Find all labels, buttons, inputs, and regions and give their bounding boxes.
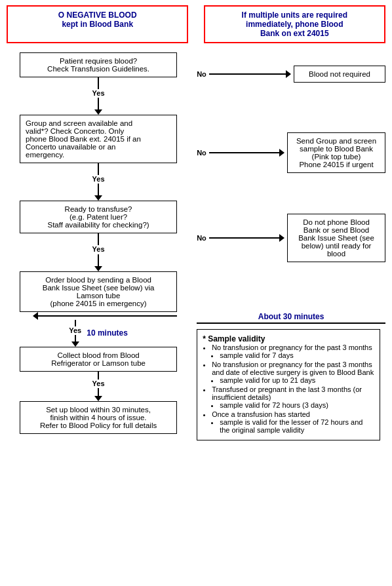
step2-right-row: No Send Group and screen sample to Blood… [197,132,385,173]
step1-box: Patient requires blood? Check Transfusio… [20,52,177,77]
note-sub-item: sample valid for 72 hours (3 days) [220,401,374,409]
step3-right-box: Do not phone Blood Bank or send Blood Ba… [287,214,385,262]
note-item: No transfusion or pregnancy for the past… [212,343,374,359]
flow-area: Patient requires blood? Check Transfusio… [7,52,385,312]
step1-arrow-down: Yes [92,77,105,115]
step4-yes-row: Yes 10 minutes [69,320,128,347]
note-sub-item: sample valid for up to 21 days [220,376,374,384]
note-box: * Sample validity No transfusion or preg… [197,329,380,440]
note-item: No transfusion or pregnancy for the past… [212,361,374,384]
step2-box: Group and screen available and valid*? C… [20,115,177,163]
step2-arrow-down: Yes [92,163,105,201]
step5-arrow-down: Yes [92,372,105,401]
header-right-box: If multiple units are required immediate… [204,5,385,43]
thirty-min-arrow [197,322,385,324]
header-left-box: O NEGATIVE BLOOD kept in Blood Bank [7,5,188,43]
step6-box: Set up blood within 30 minutes, finish w… [20,401,177,434]
note-item: Once a transfusion has startedsample is … [212,410,374,434]
step1-right-row: No Blood not required [197,66,385,83]
step4-box: Order blood by sending a Blood Bank Issu… [20,271,177,312]
step5-box: Collect blood from Blood Refrigerator or… [20,347,177,372]
bottom-area: Yes 10 minutes Collect blood from Blood … [7,312,385,440]
step2-right-box: Send Group and screen sample to Blood Ba… [287,132,385,173]
left-column: Patient requires blood? Check Transfusio… [7,52,190,312]
note-list: No transfusion or pregnancy for the past… [212,343,374,434]
step3-right-row: No Do not phone Blood Bank or send Blood… [197,214,385,262]
note-item: Transfused or pregnant in the last 3 mon… [212,385,374,409]
note-sub-item: sample is valid for the lesser of 72 hou… [220,418,374,434]
note-sub-item: sample valid for 7 days [220,351,374,359]
step3-arrow-down: Yes [92,233,105,271]
header-row: O NEGATIVE BLOOD kept in Blood Bank If m… [7,5,385,43]
right-column: No Blood not required No Send Group and … [190,52,385,312]
bottom-left: Yes 10 minutes Collect blood from Blood … [7,312,190,440]
thirty-min-label: About 30 minutes [197,312,385,321]
step1-right-box: Blood not required [294,66,385,83]
page: O NEGATIVE BLOOD kept in Blood Bank If m… [0,0,392,446]
thirty-min-row [20,312,177,320]
bottom-right: About 30 minutes * Sample validity No tr… [190,312,385,440]
step3-box: Ready to transfuse? (e.g. Patent luer? S… [20,201,177,233]
